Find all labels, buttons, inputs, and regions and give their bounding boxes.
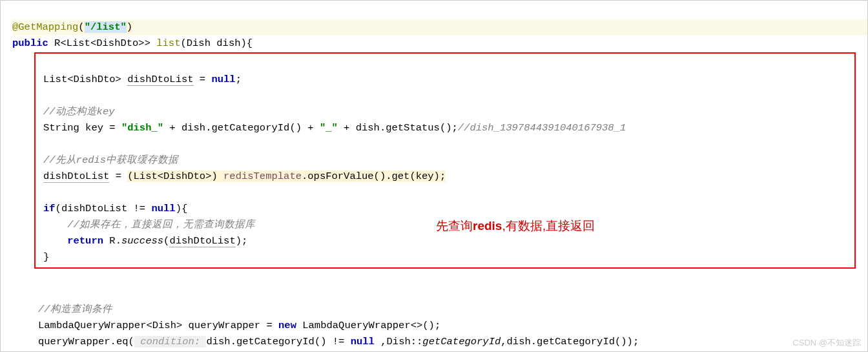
code-line: LambdaQueryWrapper<Dish> queryWrapper = … [38,320,440,331]
code-line: queryWrapper.eq( condition: dish.getCate… [38,336,639,347]
code-comment: //构造查询条件 [38,304,112,315]
code-line: //如果存在，直接返回，无需查询数据库 [43,219,255,231]
code-line: dishDtoList = (List<DishDto>) redisTempl… [43,171,446,183]
code-line: List<DishDto> dishDtoList = null; [43,74,242,86]
code-line: return R.success(dishDtoList); [43,235,247,247]
code-comment: //先从redis中获取缓存数据 [43,154,178,166]
watermark: CSDN @不知迷踪 [792,337,861,349]
code-line: } [43,251,49,263]
annotation: @GetMapping [12,21,78,33]
code-line: public R<List<DishDto>> list(Dish dish){ [12,37,253,49]
code-editor[interactable]: @GetMapping("/list") public R<List<DishD… [1,1,867,352]
code-line: if(dishDtoList != null){ [43,203,187,214]
code-line: @GetMapping("/list") [12,19,867,36]
callout-annotation: 先查询redis,有数据,直接返回 [436,218,595,234]
code-comment: //动态构造key [43,106,115,118]
highlighted-code-block: List<DishDto> dishDtoList = null; //动态构造… [34,52,856,269]
parameter-hint: condition: [134,336,207,347]
code-line: String key = "dish_" + dish.getCategoryI… [43,122,626,134]
